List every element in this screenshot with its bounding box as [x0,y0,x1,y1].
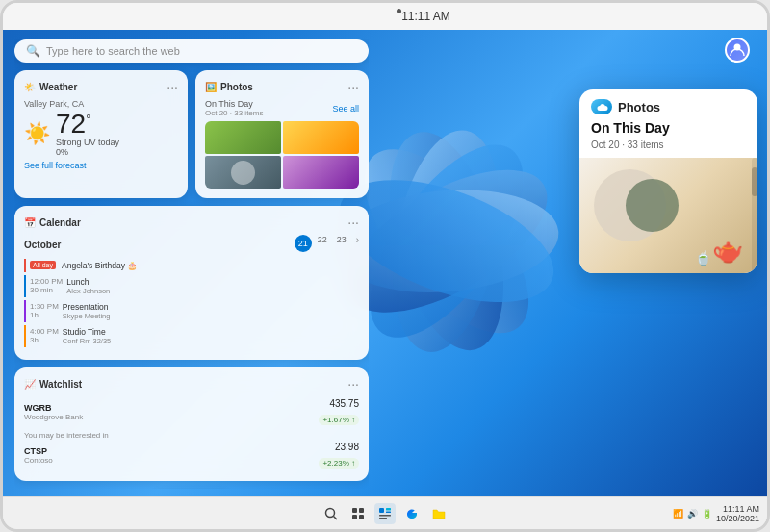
event-studio-duration: 3h [30,336,59,344]
event-studio-sub: Conf Rm 32/35 [63,337,111,345]
calendar-menu-dots[interactable]: ··· [347,215,359,229]
event-studio-title: Studio Time [63,327,111,337]
stock-change-ctsp: +2.23% ↑ [319,458,359,469]
weather-forecast-link[interactable]: See full forecast [24,161,178,170]
calendar-event-birthday[interactable]: All day Angela's Birthday 🎂 [24,259,359,272]
widget-panel: 🔍 Type here to search the web 🌤️ Weather… [14,39,369,489]
taskbar-date: 10/20/2021 [716,514,759,523]
popup-date: Oct 20 · 33 items [579,139,757,158]
taskbar-widgets[interactable] [374,503,396,524]
watchlist-row: 📈 Watchlist ··· WGRB Woodgrove Bank 435.… [14,367,369,481]
stock-ticker-wgrb: WGRB [24,403,83,413]
search-placeholder: Type here to search the web [46,45,180,57]
calendar-widget[interactable]: 📅 Calendar ··· October 21 22 23 › All da… [14,206,369,360]
svg-rect-13 [359,515,364,519]
photos-see-all[interactable]: See all [332,104,359,114]
calendar-day-21[interactable]: 21 [295,235,312,252]
popup-header: Photos [579,89,757,120]
weather-widget-header: 🌤️ Weather ··· [24,80,178,93]
weather-temperature: 72° [56,111,119,138]
user-avatar[interactable] [725,38,750,63]
calendar-widget-header: 📅 Calendar ··· [24,215,359,229]
weather-title: 🌤️ Weather [24,82,77,92]
weather-icon: 🌤️ [24,82,36,92]
calendar-month: October [24,240,61,250]
svg-rect-18 [379,518,387,519]
calendar-event-presentation[interactable]: 1:30 PM 1h Presentation Skype Meeting [24,300,359,322]
watchlist-widget[interactable]: 📈 Watchlist ··· WGRB Woodgrove Bank 435.… [14,367,369,481]
calendar-day-23[interactable]: 23 [333,235,350,252]
event-pres-sub: Skype Meeting [63,312,111,320]
popup-cloud-icon [591,99,612,114]
popup-image: 🫖 🍵 [579,158,757,273]
event-pres-title: Presentation [63,302,111,312]
event-lunch-duration: 30 min [30,286,63,294]
watchlist-header: 📈 Watchlist ··· [24,377,359,391]
taskbar-task-view[interactable] [347,503,369,524]
event-lunch-person: Alex Johnson [66,287,110,295]
weather-menu-dots[interactable]: ··· [167,80,178,93]
svg-rect-15 [386,508,391,511]
photos-widget[interactable]: 🖼️ Photos ··· On This Day Oct 20 · 33 it… [195,70,369,198]
event-pres-duration: 1h [30,311,59,319]
photo-thumb-4 [283,156,359,189]
photo-thumb-2 [283,121,359,154]
taskbar-file-explorer[interactable] [428,503,449,524]
svg-line-9 [334,516,338,519]
calendar-event-lunch[interactable]: 12:00 PM 30 min Lunch Alex Johnson [24,275,359,297]
stock-price-wgrb: 435.75 [319,398,359,409]
watchlist-menu-dots[interactable]: ··· [347,377,359,391]
calendar-day-22[interactable]: 22 [314,235,331,252]
search-icon: 🔍 [26,44,40,58]
taskbar-battery-icon: 🔋 [702,509,712,519]
taskbar-edge[interactable] [401,503,423,524]
photos-title: 🖼️ Photos [205,82,253,92]
stock-name-wgrb: Woodgrove Bank [24,413,83,421]
event-lunch-time: 12:00 PM [30,277,63,286]
event-studio-time: 4:00 PM [30,327,59,336]
watchlist-icon: 📈 [24,379,36,390]
sun-icon: ☀️ [24,121,50,146]
watchlist-title: 📈 Watchlist [24,379,82,390]
taskbar-wifi-icon: 📶 [673,509,683,519]
calendar-month-header: October 21 22 23 › [24,235,359,255]
svg-rect-16 [386,511,391,513]
popup-cup-icon: 🍵 [695,250,711,266]
photos-section-label: On This Day [205,99,263,109]
event-pres-time: 1:30 PM [30,302,59,311]
stock-change-wgrb: +1.67% ↑ [319,415,359,425]
taskbar-search[interactable] [321,503,342,524]
svg-rect-17 [379,515,391,517]
topbar-time: 11:11 AM [401,10,450,23]
taskbar-icons [321,503,449,524]
calendar-events: All day Angela's Birthday 🎂 12:00 PM 30 … [24,259,359,347]
popup-title: On This Day [579,120,757,139]
event-allday-label: All day [30,261,58,269]
photos-popup-card[interactable]: Photos On This Day Oct 20 · 33 items 🫖 🍵 [579,89,757,273]
svg-rect-14 [379,508,384,513]
taskbar-clock[interactable]: 11:11 AM 10/20/2021 [716,504,759,523]
photos-icon: 🖼️ [205,82,217,92]
stock-price-ctsp: 23.98 [319,442,359,452]
photos-widget-header: 🖼️ Photos ··· [205,80,359,93]
photos-menu-dots[interactable]: ··· [347,80,359,93]
watchlist-suggest: You may be interested in [24,431,359,440]
photos-grid [205,121,359,189]
weather-main: ☀️ 72° Strong UV today 0% [24,111,178,157]
taskbar-time: 11:11 AM [716,504,759,514]
device-frame: 11:11 AM [0,0,770,532]
search-bar[interactable]: 🔍 Type here to search the web [14,39,369,63]
weather-location: Valley Park, CA [24,99,178,109]
popup-scrollbar[interactable] [752,158,757,273]
svg-rect-11 [359,508,364,513]
weather-humidity: 0% [56,147,119,157]
circle-deco [231,161,255,185]
calendar-nav[interactable]: › [352,235,359,252]
stock-row-ctsp[interactable]: CTSP Contoso 23.98 +2.23% ↑ [24,440,359,471]
photo-thumb-3 [205,156,281,189]
stock-ticker-ctsp: CTSP [24,446,53,456]
calendar-event-studio[interactable]: 4:00 PM 3h Studio Time Conf Rm 32/35 [24,325,359,347]
stock-row-wgrb[interactable]: WGRB Woodgrove Bank 435.75 +1.67% ↑ [24,396,359,428]
calendar-icon: 📅 [24,217,36,228]
weather-widget[interactable]: 🌤️ Weather ··· Valley Park, CA ☀️ 72° St… [14,70,188,198]
